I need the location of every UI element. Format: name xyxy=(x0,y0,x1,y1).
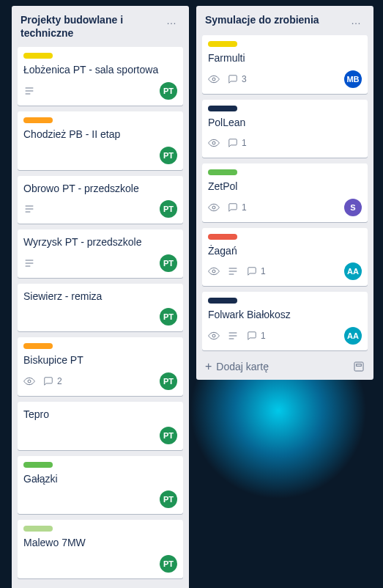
card-title: Gałązki xyxy=(23,472,177,487)
comments-count: 3 xyxy=(242,74,247,84)
card[interactable]: Żagań1AA xyxy=(202,228,368,287)
card-title: Obrowo PT - przedszkole xyxy=(23,182,177,196)
card[interactable]: Wyrzysk PT - przedszkolePT xyxy=(18,229,183,278)
avatar[interactable]: AA xyxy=(344,262,362,280)
add-card-label: Dodaj kartę xyxy=(216,361,269,372)
card[interactable]: Obrowo PT - przedszkolePT xyxy=(18,176,183,224)
description-icon xyxy=(23,85,35,97)
card[interactable]: Biskupice PT2PT xyxy=(18,337,183,396)
card-label[interactable] xyxy=(23,117,53,123)
svg-point-13 xyxy=(212,142,215,144)
card-badges: 1AA xyxy=(208,262,362,280)
add-card-button[interactable]: +Dodaj kartę xyxy=(205,361,269,372)
card[interactable]: PolLean1 xyxy=(202,100,368,158)
avatar[interactable]: MB xyxy=(344,70,362,88)
avatar[interactable]: PT xyxy=(160,200,177,218)
comments-count: 1 xyxy=(261,266,266,276)
comment-icon xyxy=(227,202,239,213)
card-badges: 1 xyxy=(208,134,362,152)
card-title: Wyrzysk PT - przedszkole xyxy=(23,235,177,250)
comments-count: 1 xyxy=(261,331,266,341)
eye-icon xyxy=(208,137,220,149)
list-header: Symulacje do zrobienia… xyxy=(202,12,368,29)
avatar[interactable]: PT xyxy=(160,490,177,508)
eye-icon xyxy=(23,375,35,387)
list-menu-icon[interactable]: … xyxy=(348,13,365,28)
description-icon xyxy=(227,265,239,277)
card[interactable]: GałązkiPT xyxy=(18,456,183,515)
svg-point-15 xyxy=(212,270,215,273)
add-card: +Dodaj kartę xyxy=(202,356,368,374)
card-badges: PT xyxy=(23,427,177,444)
comments-badge: 1 xyxy=(246,330,266,342)
description-icon xyxy=(227,330,239,342)
comments-badge: 1 xyxy=(246,265,266,277)
avatar[interactable]: PT xyxy=(160,555,177,573)
list: Symulacje do zrobienia…Farmulti3MBPolLea… xyxy=(196,6,373,380)
list-header: Projekty budowlane i techniczne… xyxy=(18,12,183,41)
comment-icon xyxy=(227,137,239,149)
card[interactable]: Farmulti3MB xyxy=(202,35,368,94)
avatar[interactable]: PT xyxy=(160,147,177,164)
card-label[interactable] xyxy=(208,106,237,111)
avatar[interactable]: PT xyxy=(160,372,177,390)
card-badges: 1S xyxy=(208,199,362,216)
comment-icon xyxy=(246,330,258,342)
list-menu-icon[interactable]: … xyxy=(163,13,180,28)
card[interactable]: Siewierz - remizaPT xyxy=(18,284,183,332)
card-title: Żagań xyxy=(208,244,362,259)
card-label[interactable] xyxy=(23,53,53,59)
card-label[interactable] xyxy=(208,169,237,175)
card-label[interactable] xyxy=(208,298,237,304)
eye-icon xyxy=(208,330,220,342)
comments-count: 1 xyxy=(242,138,247,148)
description-icon xyxy=(23,203,35,215)
card[interactable]: TeproPT xyxy=(18,402,183,450)
card-title: Siewierz - remiza xyxy=(23,290,177,304)
comments-badge: 1 xyxy=(227,137,247,149)
comments-count: 2 xyxy=(57,376,62,386)
card-badges: PT xyxy=(23,147,177,164)
card-label[interactable] xyxy=(208,41,237,47)
svg-rect-23 xyxy=(354,362,363,371)
card[interactable]: Folwark Białokosz1AA xyxy=(202,292,368,350)
list-title[interactable]: Projekty budowlane i techniczne xyxy=(21,13,163,40)
avatar[interactable]: PT xyxy=(160,308,177,326)
card-badges: 3MB xyxy=(208,70,362,88)
comments-badge: 1 xyxy=(227,202,247,213)
avatar[interactable]: PT xyxy=(160,82,177,100)
add-card: +Dodaj kartę xyxy=(18,584,183,588)
card-title: Malewo 7MW xyxy=(23,536,177,551)
card-badges: PT xyxy=(23,254,177,272)
card-badges: PT xyxy=(23,490,177,508)
card-label[interactable] xyxy=(23,343,53,349)
card[interactable]: Chodzież PB - II etapPT xyxy=(18,111,183,170)
comments-count: 1 xyxy=(242,202,247,213)
comments-badge: 3 xyxy=(227,73,247,85)
card-title: Farmulti xyxy=(208,51,362,66)
card-badges: PT xyxy=(23,200,177,218)
svg-rect-24 xyxy=(357,364,362,367)
avatar[interactable]: PT xyxy=(160,427,177,444)
card[interactable]: Łobżenica PT - sala sportowaPT xyxy=(18,47,183,106)
card-badges: 2PT xyxy=(23,372,177,390)
list-title[interactable]: Symulacje do zrobienia xyxy=(205,13,348,26)
card-label[interactable] xyxy=(23,462,53,468)
card-title: Folwark Białokosz xyxy=(208,308,362,323)
svg-point-12 xyxy=(212,78,215,81)
list: Projekty budowlane i techniczne…Łobżenic… xyxy=(12,6,189,588)
avatar[interactable]: S xyxy=(344,199,362,216)
card-badges: 1AA xyxy=(208,327,362,345)
svg-point-14 xyxy=(212,206,215,209)
card-title: Tepro xyxy=(23,408,177,422)
card[interactable]: Malewo 7MWPT xyxy=(18,520,183,578)
avatar[interactable]: PT xyxy=(160,254,177,272)
card-label[interactable] xyxy=(23,526,53,532)
svg-point-19 xyxy=(212,334,215,337)
card-title: PolLean xyxy=(208,116,362,131)
avatar[interactable]: AA xyxy=(344,327,362,345)
card[interactable]: ZetPol1S xyxy=(202,163,368,222)
template-icon[interactable] xyxy=(353,361,365,372)
card-label[interactable] xyxy=(208,234,237,240)
card-badges: PT xyxy=(23,82,177,100)
